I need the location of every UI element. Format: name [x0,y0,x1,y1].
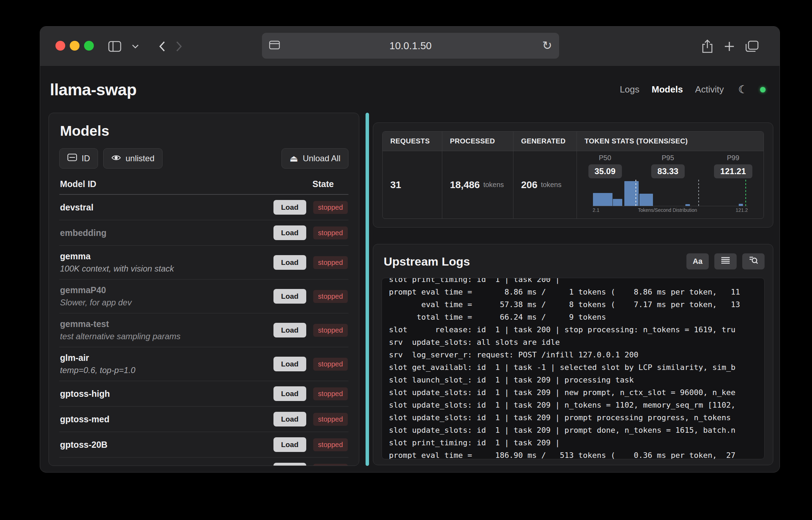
p95-label: P95 [662,154,674,162]
new-tab-icon[interactable] [724,41,735,52]
model-name: embedding [60,228,106,238]
search-logs-button[interactable] [742,253,765,269]
model-actions: Loadstopped [273,386,348,401]
model-info: embedding [60,228,106,238]
status-badge: stopped [313,201,348,214]
tokens-histogram [593,181,748,206]
theme-toggle-moon-icon[interactable]: ☾ [738,84,748,95]
status-badge: stopped [313,387,348,400]
load-button[interactable]: Load [273,412,306,426]
model-info: glm-airtemp=0.6, top-p=1.0 [60,352,135,376]
status-badge: stopped [313,226,348,239]
model-desc: 100K context, with vision stack [60,263,174,274]
model-info: llama-70B-dry-draft [60,465,140,466]
panel-divider-handle[interactable] [366,113,369,466]
toggle-unlisted-button[interactable]: unlisted [103,148,163,169]
p99-label: P99 [727,154,739,162]
model-actions: Loadstopped [273,412,348,426]
status-badge: stopped [313,358,348,371]
model-actions: Loadstopped [273,289,348,304]
table-row: gemmaP40Slower, for app devLoadstopped [59,280,348,313]
browser-window: 10.0.1.50 ↻ llama-swap Lo [40,26,780,473]
stats-header-processed: PROCESSED [442,132,513,151]
load-button[interactable]: Load [273,323,306,337]
unload-all-button[interactable]: ⏏ Unload All [281,148,348,169]
histogram-bar [613,199,623,206]
percentiles-row: P50 35.09 P95 83.33 P99 121.21 [588,154,752,178]
close-window-button[interactable] [55,41,65,51]
load-button[interactable]: Load [273,463,306,466]
nav-logs[interactable]: Logs [620,84,639,95]
table-row: embeddingLoadstopped [59,220,348,246]
histogram-wrap: 2.1 Tokens/Second Distribution 121.2 [593,181,748,213]
tab-overview-icon[interactable] [745,40,759,52]
model-name: gptoss-med [60,414,110,425]
axis-max-label: 121.2 [736,207,748,213]
models-panel: Models ID unlisted ⏏ U [48,113,359,466]
load-button[interactable]: Load [273,386,306,401]
table-row: gemma-testtest alternative sampling para… [59,313,348,347]
model-name: gemma [60,251,174,262]
model-info: gptoss-high [60,388,110,399]
font-size-button[interactable]: Aa [686,253,709,269]
model-desc: Slower, for app dev [60,297,131,308]
nav-models[interactable]: Models [652,84,683,95]
load-button[interactable]: Load [273,200,306,215]
log-viewport[interactable]: slot print_timing: id 1 | task 200 | pro… [382,278,765,459]
log-content: slot print_timing: id 1 | task 200 | pro… [389,278,757,459]
load-button[interactable]: Load [273,357,306,371]
zoom-window-button[interactable] [84,41,94,51]
stats-table: REQUESTS PROCESSED GENERATED TOKEN STATS… [382,131,764,219]
status-badge: stopped [313,438,348,451]
model-info: gemma100K context, with vision stack [60,251,174,274]
stats-header-requests: REQUESTS [383,132,442,151]
status-badge: stopped [313,290,348,303]
forward-button-icon[interactable] [176,41,182,52]
p99-value: 121.21 [714,164,752,178]
status-badge: stopped [313,324,348,337]
logs-title: Upstream Logs [384,255,470,268]
percentile-marker-p95 [698,180,699,206]
eject-icon: ⏏ [290,154,298,163]
upstream-logs-panel: Upstream Logs Aa [373,244,773,465]
share-icon[interactable] [701,39,713,53]
table-row: gptoss-20BLoadstopped [59,432,348,458]
toggle-unlisted-label: unlisted [126,154,155,163]
load-button[interactable]: Load [273,255,306,270]
percentile-p95: P95 83.33 [651,154,685,178]
toggle-id-button[interactable]: ID [59,148,98,169]
model-info: gptoss-20B [60,439,107,450]
histogram-axis-labels: 2.1 Tokens/Second Distribution 121.2 [593,207,748,213]
table-row: llama-70B-dry-draftLoadstopped [59,458,348,466]
nav-activity[interactable]: Activity [695,84,724,95]
model-actions: Loadstopped [273,437,348,452]
model-name: llama-70B-dry-draft [60,465,140,466]
stats-generated-cell: 206 tokens [513,151,577,218]
histogram-bar [593,193,612,206]
page-title: llama-swap [50,80,136,99]
sidebar-toggle-icon[interactable] [108,41,121,52]
address-bar[interactable]: 10.0.1.50 ↻ [262,33,559,59]
minimize-window-button[interactable] [70,41,80,51]
axis-title: Tokens/Second Distribution [638,207,697,213]
search-icon [749,256,758,267]
wrap-lines-button[interactable] [714,253,737,269]
lines-icon [721,257,730,266]
url-text[interactable]: 10.0.1.50 [262,33,559,59]
models-toolbar: ID unlisted ⏏ Unload All [59,148,348,169]
load-button[interactable]: Load [273,437,306,452]
model-actions: Loadstopped [273,463,348,466]
load-button[interactable]: Load [273,289,306,304]
p95-value: 83.33 [651,164,685,178]
reload-icon[interactable]: ↻ [542,39,552,51]
models-table-header: Model ID State [59,179,348,195]
main-nav: Logs Models Activity ☾ [620,84,766,95]
chevron-down-icon[interactable] [132,44,139,49]
load-button[interactable]: Load [273,225,306,240]
model-name: devstral [60,202,93,213]
model-info: devstral [60,202,93,213]
axis-min-label: 2.1 [593,207,599,213]
percentile-marker-p50 [636,180,636,206]
stats-requests-cell: 31 [383,151,442,218]
back-button-icon[interactable] [159,41,165,52]
